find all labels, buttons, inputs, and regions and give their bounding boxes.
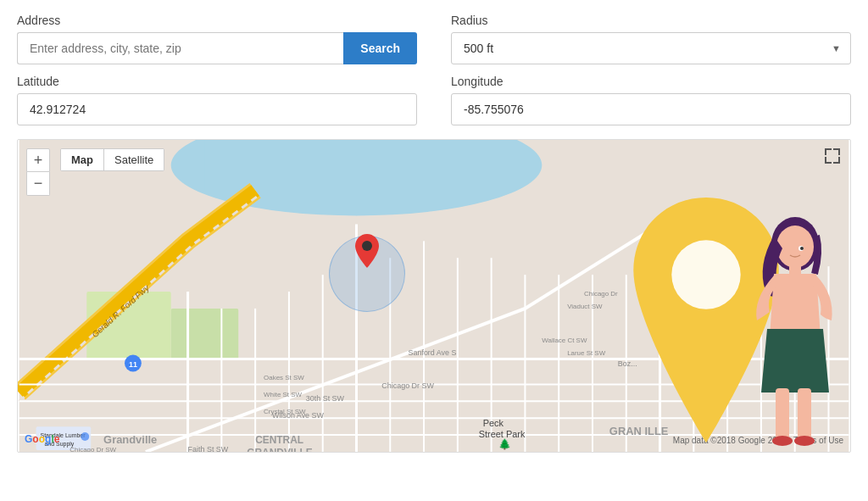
address-input[interactable] bbox=[17, 32, 343, 64]
svg-text:Crystal St SW: Crystal St SW bbox=[264, 408, 306, 415]
svg-point-66 bbox=[776, 225, 814, 268]
map-type-controls: Map Satellite bbox=[60, 148, 164, 171]
svg-point-60 bbox=[81, 432, 89, 441]
search-button[interactable]: Search bbox=[343, 32, 417, 64]
map-type-satellite-button[interactable]: Satellite bbox=[104, 149, 164, 170]
svg-text:Sanford Ave S: Sanford Ave S bbox=[409, 348, 457, 357]
lat-lng-section: Latitude Longitude bbox=[17, 75, 851, 125]
zoom-out-button[interactable]: − bbox=[26, 172, 50, 196]
zoom-in-button[interactable]: + bbox=[26, 148, 50, 172]
svg-point-73 bbox=[800, 247, 804, 250]
google-logo: Google bbox=[25, 433, 59, 445]
svg-rect-67 bbox=[789, 264, 801, 274]
svg-text:Larue St SW: Larue St SW bbox=[567, 349, 606, 357]
svg-text:White St SW: White St SW bbox=[264, 391, 302, 398]
radius-wrapper: 100 ft 250 ft 500 ft 1000 ft 1 mile 5 mi… bbox=[451, 32, 851, 64]
svg-text:Grandville: Grandville bbox=[103, 433, 157, 446]
svg-text:Oakes St SW: Oakes St SW bbox=[264, 374, 304, 381]
svg-text:Wallace Ct SW: Wallace Ct SW bbox=[542, 337, 587, 344]
longitude-label: Longitude bbox=[451, 75, 851, 88]
svg-text:Peck: Peck bbox=[483, 418, 504, 428]
svg-rect-2 bbox=[204, 140, 508, 191]
longitude-group: Longitude bbox=[451, 75, 851, 125]
svg-rect-81 bbox=[833, 162, 840, 164]
svg-text:Chicago Dr SW: Chicago Dr SW bbox=[381, 381, 434, 390]
svg-rect-69 bbox=[798, 388, 811, 439]
zoom-controls: + − bbox=[26, 148, 50, 196]
map-pin bbox=[355, 234, 379, 271]
svg-text:GRANDVILLE: GRANDVILLE bbox=[247, 447, 313, 452]
latitude-group: Latitude bbox=[17, 75, 417, 125]
svg-text:Chicago Dr SW: Chicago Dr SW bbox=[70, 446, 116, 452]
svg-text:Viaduct SW: Viaduct SW bbox=[567, 303, 603, 310]
svg-text:CENTRAL: CENTRAL bbox=[255, 434, 303, 446]
address-row: Search bbox=[17, 32, 417, 64]
latitude-input[interactable] bbox=[17, 93, 417, 125]
svg-text:Faith St SW: Faith St SW bbox=[188, 445, 229, 452]
svg-text:11: 11 bbox=[129, 360, 137, 369]
radius-label: Radius bbox=[451, 14, 851, 27]
svg-point-71 bbox=[794, 436, 815, 446]
expand-icon[interactable] bbox=[825, 148, 842, 165]
svg-point-70 bbox=[772, 436, 793, 446]
svg-rect-77 bbox=[838, 148, 840, 155]
address-label: Address bbox=[17, 14, 417, 27]
radius-group: Radius 100 ft 250 ft 500 ft 1000 ft 1 mi… bbox=[451, 14, 851, 64]
address-group: Address Search bbox=[17, 14, 417, 64]
map-type-map-button[interactable]: Map bbox=[61, 149, 104, 170]
radius-select[interactable]: 100 ft 250 ft 500 ft 1000 ft 1 mile 5 mi… bbox=[451, 32, 851, 64]
svg-point-64 bbox=[671, 240, 740, 309]
svg-rect-79 bbox=[825, 162, 832, 164]
svg-rect-75 bbox=[825, 148, 826, 155]
longitude-input[interactable] bbox=[451, 93, 851, 125]
map-container[interactable]: Gerald R. Ford Fwy Sanford Ave S Wilson … bbox=[17, 139, 851, 453]
svg-rect-68 bbox=[776, 388, 789, 439]
character-figure bbox=[740, 198, 850, 452]
svg-rect-3 bbox=[171, 309, 239, 359]
svg-text:🌲: 🌲 bbox=[498, 437, 511, 450]
svg-point-63 bbox=[362, 241, 372, 251]
latitude-label: Latitude bbox=[17, 75, 417, 88]
svg-text:30th St SW: 30th St SW bbox=[306, 394, 345, 403]
